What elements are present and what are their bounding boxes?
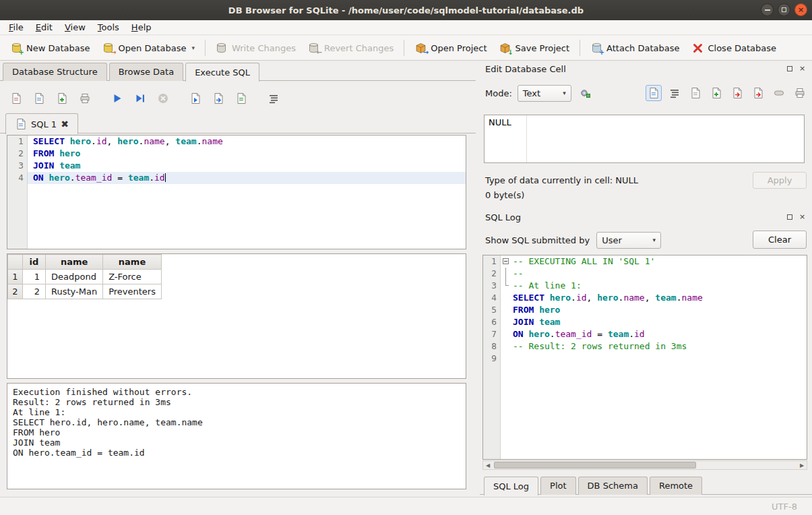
export-cell-data-button[interactable] bbox=[750, 85, 766, 101]
save-project-button[interactable]: ↓Save Project bbox=[493, 38, 576, 57]
new-database-button[interactable]: +New Database bbox=[4, 38, 96, 57]
close-dock-icon[interactable]: × bbox=[798, 64, 807, 73]
set-null-button[interactable] bbox=[771, 85, 787, 101]
save-sql-file-button[interactable] bbox=[30, 90, 49, 107]
open-project-button[interactable]: →Open Project bbox=[408, 38, 493, 57]
open-sql-file-button[interactable] bbox=[7, 90, 26, 107]
scroll-right-icon[interactable]: ▶ bbox=[797, 462, 807, 468]
scroll-left-icon[interactable]: ◀ bbox=[483, 462, 493, 468]
menu-file[interactable]: File bbox=[3, 21, 30, 34]
float-dock-icon[interactable] bbox=[785, 64, 794, 73]
code-line-content: -- bbox=[511, 268, 807, 280]
cell-editor-margin bbox=[526, 115, 527, 162]
format-sql-button[interactable] bbox=[264, 90, 283, 107]
find-replace-button[interactable] bbox=[232, 90, 251, 107]
float-dock-icon[interactable] bbox=[785, 212, 794, 221]
table-cell[interactable]: Deadpond bbox=[46, 270, 103, 284]
new-database-label: New Database bbox=[26, 43, 90, 53]
editor-line: 2FROM hero bbox=[7, 148, 466, 160]
menu-tools[interactable]: Tools bbox=[92, 21, 125, 34]
clear-log-button[interactable]: Clear bbox=[753, 231, 807, 249]
table-cell[interactable]: Rusty-Man bbox=[46, 284, 103, 299]
execute-sql-toolbar bbox=[7, 88, 287, 109]
fold-collapse-icon[interactable] bbox=[503, 258, 509, 264]
log-line: 8-- Result: 2 rows returned in 3ms bbox=[483, 340, 807, 353]
log-filter-combobox[interactable]: User ▾ bbox=[596, 232, 661, 249]
copy-cell-button[interactable] bbox=[687, 85, 704, 101]
toolbar-separator bbox=[580, 40, 580, 56]
paste-cell-button[interactable] bbox=[708, 85, 724, 101]
message-line: At line 1: bbox=[13, 407, 460, 417]
close-database-button[interactable]: Close Database bbox=[685, 38, 782, 57]
attach-database-button[interactable]: +Attach Database bbox=[584, 38, 685, 57]
cell-value-editor[interactable]: NULL bbox=[484, 115, 805, 163]
save-sql-file-as-button[interactable] bbox=[53, 90, 71, 107]
scrollbar-thumb[interactable] bbox=[494, 462, 696, 468]
main-tab-bar: Database StructureBrowse DataExecute SQL bbox=[3, 62, 261, 81]
import-cell-data-button[interactable] bbox=[729, 85, 745, 101]
tab-database-structure[interactable]: Database Structure bbox=[3, 63, 107, 81]
message-line: JOIN team bbox=[13, 437, 460, 448]
row-header[interactable]: 2 bbox=[8, 284, 23, 299]
minimize-button[interactable] bbox=[761, 3, 774, 16]
maximize-button[interactable] bbox=[778, 3, 790, 16]
code-line-content: FROM hero bbox=[28, 148, 466, 160]
column-header[interactable]: id bbox=[23, 255, 46, 270]
toolbar-separator bbox=[404, 40, 404, 56]
import-in-cell-button[interactable] bbox=[577, 85, 593, 101]
dock-tab-plot[interactable]: Plot bbox=[540, 477, 576, 495]
mode-value: Text bbox=[523, 88, 540, 98]
menu-view[interactable]: View bbox=[59, 21, 92, 34]
log-line: 7ON hero.team_id = team.id bbox=[483, 328, 807, 340]
table-cell[interactable]: Z-Force bbox=[103, 270, 162, 284]
open-database-button[interactable]: →Open Database▾ bbox=[96, 38, 201, 57]
execute-all-button[interactable] bbox=[108, 90, 127, 107]
stop-execution-icon bbox=[157, 92, 169, 104]
tab-execute-sql[interactable]: Execute SQL bbox=[185, 63, 259, 82]
word-wrap-button[interactable] bbox=[666, 85, 683, 101]
close-tab-icon[interactable]: ✖ bbox=[61, 119, 69, 129]
column-header[interactable]: name bbox=[103, 255, 162, 270]
stop-execution-button bbox=[154, 90, 173, 107]
sql-editor[interactable]: 1SELECT hero.id, hero.name, team.name2FR… bbox=[7, 135, 466, 249]
app-window: DB Browser for SQLite - /home/user/code/… bbox=[0, 0, 812, 515]
execution-messages[interactable]: Execution finished without errors.Result… bbox=[7, 383, 466, 489]
execute-current-line-button[interactable] bbox=[131, 90, 150, 107]
menu-edit[interactable]: Edit bbox=[30, 21, 59, 34]
column-header[interactable]: name bbox=[46, 255, 103, 270]
sql-file-icon bbox=[15, 118, 27, 130]
table-cell[interactable]: 2 bbox=[23, 284, 46, 299]
code-line-content: -- EXECUTING ALL IN 'SQL 1' bbox=[511, 255, 807, 268]
dock-tab-db-schema[interactable]: DB Schema bbox=[578, 477, 648, 495]
table-cell[interactable]: Preventers bbox=[103, 284, 162, 299]
set-null-icon bbox=[773, 87, 785, 99]
close-dock-icon[interactable]: × bbox=[798, 212, 807, 221]
code-line-content: SELECT hero.id, hero.name, team.name bbox=[28, 135, 466, 148]
close-button[interactable]: × bbox=[794, 3, 807, 16]
sql-tab[interactable]: SQL 1 ✖ bbox=[5, 113, 78, 134]
print-cell-button[interactable] bbox=[792, 85, 808, 101]
menu-help[interactable]: Help bbox=[125, 21, 158, 34]
fold-column bbox=[501, 316, 511, 328]
minimize-icon bbox=[765, 9, 770, 11]
line-number: 2 bbox=[483, 268, 501, 280]
row-header[interactable]: 1 bbox=[8, 270, 23, 284]
dock-tab-sql-log[interactable]: SQL Log bbox=[484, 477, 538, 495]
mode-combobox[interactable]: Text ▾ bbox=[518, 85, 571, 102]
code-line-content: -- Result: 2 rows returned in 3ms bbox=[511, 340, 807, 353]
line-number: 6 bbox=[483, 316, 501, 328]
sql-log-view[interactable]: 1-- EXECUTING ALL IN 'SQL 1'2--3-- At li… bbox=[482, 255, 807, 460]
log-horizontal-scrollbar[interactable]: ◀ ▶ bbox=[482, 460, 807, 470]
tab-browse-data[interactable]: Browse Data bbox=[109, 63, 184, 81]
left-pane: Database StructureBrowse DataExecute SQL… bbox=[0, 61, 476, 497]
save-project-label: Save Project bbox=[516, 43, 570, 53]
export-results-button[interactable] bbox=[209, 90, 228, 107]
execute-selection-button[interactable] bbox=[186, 90, 205, 107]
dock-tab-remote[interactable]: Remote bbox=[650, 477, 702, 495]
print-sql-button[interactable] bbox=[75, 90, 94, 107]
code-line-content: ON hero.team_id = team.id bbox=[28, 172, 466, 184]
chevron-down-icon[interactable]: ▾ bbox=[191, 44, 195, 51]
text-mode-button[interactable] bbox=[646, 85, 662, 101]
line-number: 1 bbox=[7, 135, 28, 148]
table-cell[interactable]: 1 bbox=[23, 270, 46, 284]
